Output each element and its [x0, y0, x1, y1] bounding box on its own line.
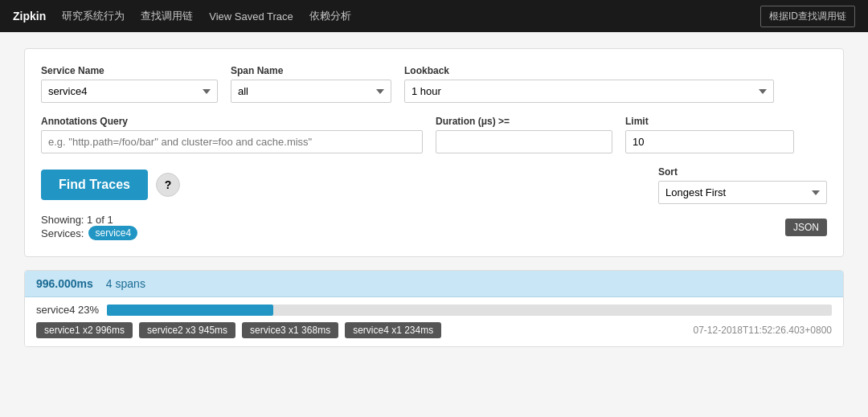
- trace-tag-2: service3 x1 368ms: [242, 322, 338, 338]
- duration-input[interactable]: [436, 130, 612, 153]
- service-name-group: Service Name service4: [41, 65, 218, 103]
- json-button[interactable]: JSON: [785, 219, 827, 236]
- results-footer: Showing: 1 of 1 Services: service4 JSON: [41, 214, 827, 240]
- limit-label: Limit: [625, 116, 794, 127]
- annotations-group: Annotations Query: [41, 116, 423, 153]
- showing-text: Showing: 1 of 1: [41, 214, 137, 226]
- lookback-select[interactable]: 1 hour: [404, 80, 774, 103]
- navbar-item-find[interactable]: 查找调用链: [141, 9, 193, 23]
- navbar-item-deps[interactable]: 依赖分析: [309, 9, 351, 23]
- trace-timestamp: 07-12-2018T11:52:26.403+0800: [694, 325, 832, 336]
- sort-label: Sort: [658, 166, 827, 178]
- sort-select[interactable]: Longest First: [658, 181, 827, 204]
- span-name-group: Span Name all: [231, 65, 391, 103]
- results-text-area: Showing: 1 of 1 Services: service4: [41, 214, 137, 240]
- trace-spans: 4 spans: [106, 277, 145, 290]
- main-content: Service Name service4 Span Name all Look…: [0, 32, 868, 363]
- form-row-1: Service Name service4 Span Name all Look…: [41, 65, 827, 103]
- service-badge: service4: [88, 226, 137, 240]
- span-name-select[interactable]: all: [231, 80, 391, 103]
- limit-group: Limit 10: [625, 116, 794, 153]
- navbar-item-research[interactable]: 研究系统行为: [62, 9, 125, 23]
- span-name-label: Span Name: [231, 65, 391, 76]
- trace-tags-row: service1 x2 996ms service2 x3 945ms serv…: [36, 322, 832, 338]
- help-button[interactable]: ?: [156, 173, 180, 197]
- trace-tags: service1 x2 996ms service2 x3 945ms serv…: [36, 322, 441, 338]
- service-name-select[interactable]: service4: [41, 80, 218, 103]
- annotations-label: Annotations Query: [41, 116, 423, 127]
- trace-body: service4 23% service1 x2 996ms service2 …: [25, 297, 843, 346]
- navbar-item-saved[interactable]: View Saved Trace: [209, 10, 293, 22]
- annotations-input[interactable]: [41, 130, 423, 153]
- trace-card[interactable]: 996.000ms 4 spans service4 23% service1 …: [24, 270, 844, 347]
- duration-label: Duration (μs) >=: [436, 116, 612, 127]
- services-row: Services: service4: [41, 226, 137, 240]
- results-info: Showing: 1 of 1 Services: service4 JSON: [41, 214, 827, 240]
- form-row-2: Annotations Query Duration (μs) >= Limit…: [41, 116, 827, 153]
- trace-service-bar-row: service4 23%: [36, 304, 832, 316]
- trace-duration: 996.000ms: [36, 277, 93, 290]
- trace-bar-container: [107, 305, 832, 316]
- trace-tag-0: service1 x2 996ms: [36, 322, 133, 338]
- navbar: Zipkin 研究系统行为 查找调用链 View Saved Trace 依赖分…: [0, 0, 868, 32]
- trace-tag-1: service2 x3 945ms: [139, 322, 235, 338]
- trace-header: 996.000ms 4 spans: [25, 271, 843, 297]
- trace-service-name: service4 23%: [36, 304, 100, 316]
- find-traces-button[interactable]: Find Traces: [41, 170, 148, 200]
- search-by-id-button[interactable]: 根据ID查找调用链: [760, 6, 855, 27]
- service-name-label: Service Name: [41, 65, 218, 76]
- search-panel: Service Name service4 Span Name all Look…: [24, 48, 844, 257]
- duration-group: Duration (μs) >=: [436, 116, 612, 153]
- find-traces-area: Find Traces ?: [41, 166, 180, 200]
- lookback-group: Lookback 1 hour: [404, 65, 774, 103]
- trace-bar-fill: [107, 305, 273, 316]
- services-label: Services:: [41, 227, 84, 239]
- trace-tag-3: service4 x1 234ms: [345, 322, 441, 338]
- sort-group: Sort Longest First: [658, 166, 827, 204]
- lookback-label: Lookback: [404, 65, 774, 76]
- action-row: Find Traces ?: [41, 170, 180, 200]
- navbar-brand: Zipkin: [13, 10, 46, 22]
- limit-input[interactable]: 10: [625, 130, 794, 153]
